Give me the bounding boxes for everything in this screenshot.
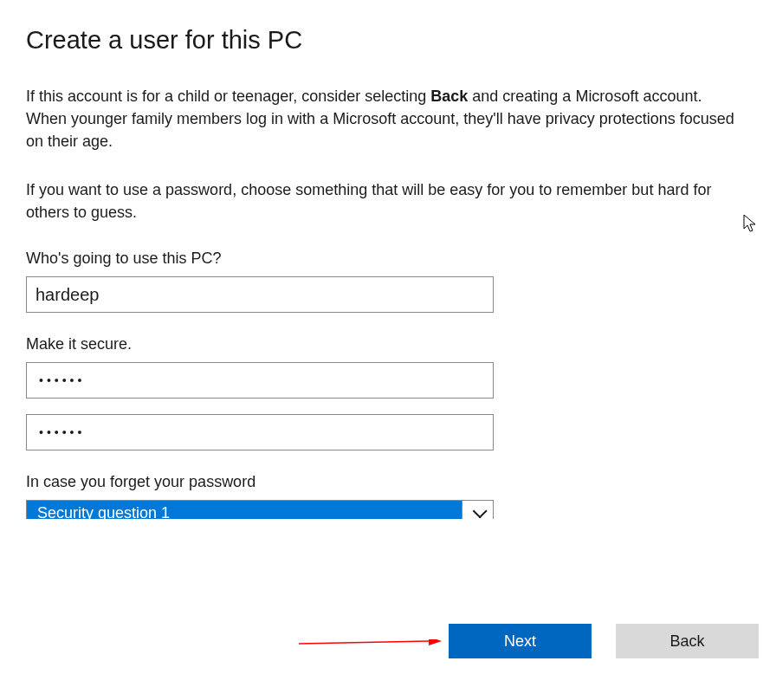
svg-marker-1 <box>429 639 442 645</box>
password-section-label: Make it secure. <box>26 335 750 353</box>
para1-pre: If this account is for a child or teenag… <box>26 88 430 105</box>
info-paragraph-2: If you want to use a password, choose so… <box>26 178 745 224</box>
password-input[interactable]: •••••• <box>26 362 494 399</box>
next-button[interactable]: Next <box>449 624 592 658</box>
username-input[interactable] <box>26 276 494 313</box>
back-button[interactable]: Back <box>616 624 759 658</box>
security-question-select[interactable]: Security question 1 <box>26 500 494 519</box>
para1-bold-back: Back <box>430 88 468 105</box>
info-paragraph-1: If this account is for a child or teenag… <box>26 85 745 152</box>
chevron-down-icon <box>472 504 487 519</box>
confirm-password-input[interactable]: •••••• <box>26 414 494 450</box>
security-question-label: In case you forget your password <box>26 473 750 491</box>
annotation-arrow-icon <box>299 639 446 657</box>
username-label: Who's going to use this PC? <box>26 250 750 268</box>
svg-line-0 <box>299 641 429 644</box>
footer-buttons: Next Back <box>449 624 759 658</box>
select-arrow-box[interactable] <box>462 500 493 519</box>
page-title: Create a user for this PC <box>26 26 750 55</box>
security-question-selected-text: Security question 1 <box>37 504 170 520</box>
